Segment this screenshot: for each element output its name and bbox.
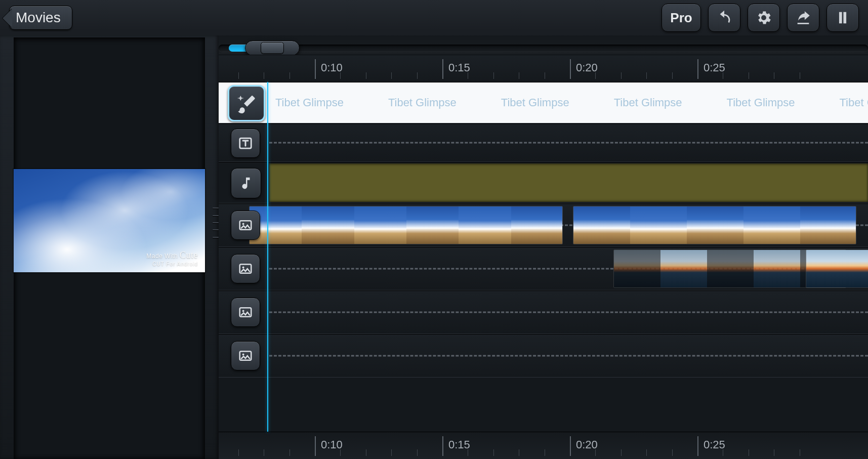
ruler-tick-minor	[723, 449, 723, 456]
pause-button[interactable]	[826, 4, 859, 32]
ruler-tick-minor	[391, 72, 392, 79]
svg-point-4	[242, 267, 244, 269]
theme-title-instance: Tibet Glimpse	[275, 96, 344, 109]
theme-track[interactable]: Tibet GlimpseTibet GlimpseTibet GlimpseT…	[219, 82, 868, 123]
ruler-label: 0:10	[321, 438, 343, 451]
clip-thumbnail	[687, 206, 743, 244]
track-empty-dash	[269, 312, 868, 313]
ruler-tick-minor	[672, 72, 673, 79]
video-track-3-button[interactable]	[231, 298, 260, 327]
video-clip-2b[interactable]	[806, 249, 868, 288]
clip-thumbnail	[707, 250, 754, 287]
ruler-tick-minor	[468, 72, 468, 79]
share-button[interactable]	[787, 4, 819, 32]
clip-thumbnail	[660, 250, 707, 287]
scrubber[interactable]	[219, 35, 868, 55]
text-track[interactable]	[219, 123, 868, 162]
video-track-2-button[interactable]	[231, 254, 260, 283]
ruler-tick-minor	[800, 72, 800, 79]
pro-button[interactable]: Pro	[662, 4, 701, 32]
ruler-tick-minor	[545, 449, 545, 456]
ruler-tick-minor	[366, 72, 366, 79]
video-clip-1[interactable]	[249, 206, 563, 244]
ruler-label: 0:20	[576, 438, 598, 451]
text-icon	[238, 136, 253, 151]
back-button[interactable]: Movies	[9, 6, 72, 30]
ruler-bottom[interactable]: 0:100:150:200:25	[219, 432, 868, 459]
video-track-2[interactable]	[219, 247, 868, 290]
clip-thumbnail	[857, 250, 868, 287]
ruler-tick-minor	[340, 72, 341, 79]
video-track-4-button[interactable]	[231, 341, 260, 370]
video-clip-1b[interactable]	[573, 206, 856, 244]
back-button-label: Movies	[16, 10, 61, 26]
theme-title-instance: Tibet Glimpse	[614, 96, 682, 109]
image-icon	[238, 218, 253, 233]
theme-title-strip: Tibet GlimpseTibet GlimpseTibet GlimpseT…	[269, 82, 868, 123]
video-track-1[interactable]	[219, 203, 868, 247]
track-empty-dash	[269, 355, 868, 357]
ruler-label: 0:20	[576, 61, 598, 74]
ruler-tick-minor	[290, 449, 290, 456]
ruler-tick-minor	[366, 449, 366, 456]
theme-title-instance: Tibet Glimpse	[501, 96, 569, 109]
image-icon	[238, 261, 253, 276]
clip-thumbnail	[806, 250, 857, 287]
ruler-tick-minor	[264, 449, 264, 456]
ruler-tick-major	[442, 59, 443, 79]
clip-thumbnail	[754, 250, 800, 287]
image-icon	[238, 348, 253, 363]
ruler-tick-minor	[391, 449, 392, 456]
tracks-container: Tibet GlimpseTibet GlimpseTibet GlimpseT…	[219, 82, 868, 432]
timeline-panel: 0:100:150:200:25 Tibet GlimpseTibet Glim…	[219, 35, 868, 459]
ruler-tick-minor	[672, 449, 673, 456]
video-track-1-button[interactable]	[231, 211, 260, 240]
scrub-track	[219, 45, 868, 52]
undo-button[interactable]	[708, 4, 740, 32]
music-icon	[238, 176, 254, 191]
video-preview[interactable]: Made With Cute CUT For Android	[14, 169, 205, 272]
pro-label: Pro	[670, 10, 692, 26]
theme-title-instance: Tibet Glimpse	[839, 96, 868, 109]
ruler-tick-minor	[595, 72, 596, 79]
ruler-label: 0:15	[448, 61, 470, 74]
clip-thumbnail	[800, 206, 856, 244]
share-icon	[795, 9, 812, 26]
ruler-tick-minor	[493, 72, 494, 79]
svg-point-6	[242, 310, 244, 312]
audio-clip[interactable]	[269, 163, 868, 202]
text-track-button[interactable]	[231, 129, 260, 158]
ruler-tick-major	[697, 59, 698, 79]
settings-button[interactable]	[748, 4, 780, 32]
ruler-tick-minor	[264, 72, 264, 79]
ruler-tick-minor	[621, 449, 622, 456]
ruler-tick-minor	[749, 72, 749, 79]
ruler-tick-minor	[646, 72, 647, 79]
clip-thumbnail	[614, 250, 660, 287]
scrub-handle[interactable]	[245, 40, 300, 56]
ruler-label: 0:25	[704, 438, 725, 451]
watermark-brand: Cute	[180, 250, 198, 260]
ruler-tick-minor	[800, 449, 800, 456]
ruler-tick-minor	[774, 72, 774, 79]
clip-thumbnail	[302, 206, 354, 244]
ruler-tick-major	[315, 436, 316, 456]
ruler-tick-minor	[238, 72, 239, 79]
ruler-label: 0:25	[704, 61, 725, 74]
ruler-tick-minor	[774, 449, 774, 456]
ruler-top[interactable]: 0:100:150:200:25	[219, 55, 868, 82]
theme-track-button[interactable]	[228, 85, 265, 121]
audio-track-button[interactable]	[231, 168, 261, 198]
clip-thumbnail	[511, 206, 563, 244]
clip-thumbnail	[459, 206, 511, 244]
clip-thumbnail	[354, 206, 406, 244]
pause-icon	[834, 9, 851, 26]
ruler-label: 0:15	[448, 438, 470, 451]
ruler-label: 0:10	[321, 61, 343, 74]
video-track-4[interactable]	[219, 334, 868, 378]
playhead[interactable]	[267, 82, 268, 432]
ruler-tick-minor	[340, 449, 341, 456]
audio-track[interactable]	[219, 162, 868, 203]
top-toolbar: Movies Pro	[0, 0, 868, 35]
video-track-3[interactable]	[219, 290, 868, 334]
